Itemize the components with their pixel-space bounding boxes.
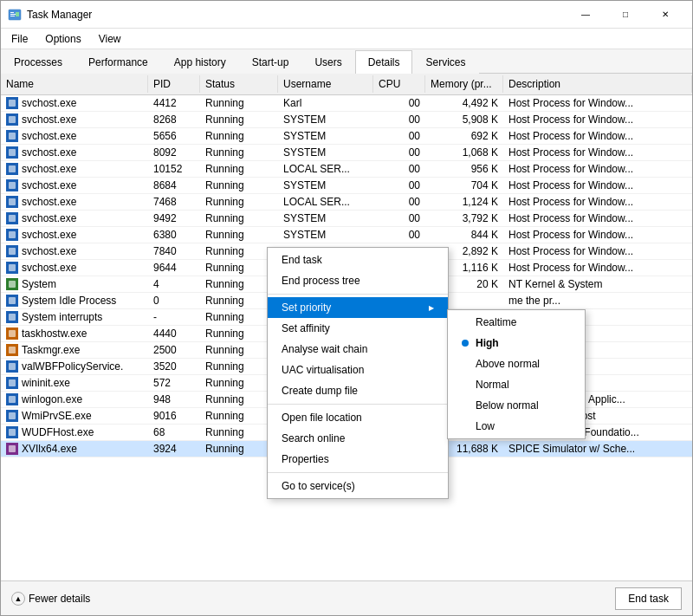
table-row[interactable]: svchost.exe 8268 Running SYSTEM 00 5,908… (1, 112, 692, 128)
svg-rect-2 (10, 14, 16, 15)
table-row[interactable]: svchost.exe 9492 Running SYSTEM 00 3,792… (1, 211, 692, 227)
bottom-bar: ▲ Fewer details End task (1, 580, 692, 615)
cell-pid: 7840 (148, 243, 200, 259)
ctx-create-dump[interactable]: Create dump file (268, 380, 448, 401)
cell-name: svchost.exe (1, 178, 148, 193)
menu-view[interactable]: View (92, 31, 128, 47)
priority-realtime[interactable]: Realtime (448, 312, 585, 333)
process-icon (6, 410, 18, 422)
close-button[interactable]: ✕ (645, 1, 685, 29)
table-row[interactable]: svchost.exe 8092 Running SYSTEM 00 1,068… (1, 145, 692, 161)
cell-name: svchost.exe (1, 128, 148, 144)
process-icon (6, 113, 18, 126)
ctx-set-affinity[interactable]: Set affinity (268, 318, 448, 339)
process-icon (6, 130, 18, 142)
col-pid[interactable]: PID (148, 75, 200, 93)
cell-cpu: 00 (373, 95, 425, 111)
process-icon (6, 377, 18, 389)
process-icon (6, 426, 18, 438)
cell-pid: 3924 (148, 441, 200, 457)
ctx-end-task[interactable]: End task (268, 250, 448, 270)
cell-pid: 9492 (148, 211, 200, 226)
cell-status: Running (200, 227, 278, 243)
maximize-button[interactable]: □ (606, 1, 645, 29)
cell-memory: 1,124 K (425, 194, 503, 210)
table-row[interactable]: svchost.exe 7468 Running LOCAL SER... 00… (1, 194, 692, 211)
cell-memory: 956 K (425, 161, 503, 177)
table-row[interactable]: svchost.exe 4412 Running Karl 00 4,492 K… (1, 95, 692, 112)
tab-details[interactable]: Details (355, 50, 413, 74)
cell-memory: 3,792 K (425, 211, 503, 226)
minimize-button[interactable]: — (566, 1, 606, 29)
cell-username: SYSTEM (278, 227, 373, 243)
cell-username: SYSTEM (278, 112, 373, 127)
end-task-button[interactable]: End task (615, 587, 682, 610)
menu-file[interactable]: File (4, 31, 35, 47)
cell-pid: 8092 (148, 145, 200, 160)
col-status[interactable]: Status (200, 75, 278, 93)
cell-username: SYSTEM (278, 211, 373, 226)
tab-startup[interactable]: Start-up (239, 50, 302, 74)
ctx-go-to-services[interactable]: Go to service(s) (268, 476, 448, 496)
ctx-set-priority[interactable]: Set priority ▶ (268, 297, 448, 318)
ctx-uac-virtualisation[interactable]: UAC virtualisation (268, 360, 448, 380)
cell-name: valWBFPolicyService. (1, 359, 148, 374)
ctx-analyse-wait-chain[interactable]: Analyse wait chain (268, 339, 448, 360)
cell-pid: 572 (148, 375, 200, 391)
tab-performance[interactable]: Performance (75, 50, 161, 74)
col-name[interactable]: Name (1, 75, 148, 93)
tab-processes[interactable]: Processes (1, 50, 75, 74)
table-row[interactable]: svchost.exe 8684 Running SYSTEM 00 704 K… (1, 178, 692, 194)
svg-rect-21 (9, 363, 16, 370)
ctx-search-online[interactable]: Search online (268, 428, 448, 449)
cell-name: System Idle Process (1, 293, 148, 308)
cell-cpu: 00 (373, 194, 425, 210)
col-cpu[interactable]: CPU (373, 75, 425, 93)
tab-bar: Processes Performance App history Start-… (1, 49, 692, 74)
ctx-properties[interactable]: Properties (268, 449, 448, 470)
process-icon (6, 311, 18, 323)
cell-name: svchost.exe (1, 161, 148, 177)
process-icon (6, 212, 18, 224)
priority-low[interactable]: Low (448, 416, 585, 437)
menu-options[interactable]: Options (38, 31, 87, 47)
process-icon (6, 179, 18, 191)
cell-description: NT Kernel & System (503, 276, 692, 292)
ctx-open-file-location[interactable]: Open file location (268, 407, 448, 428)
svg-rect-3 (10, 16, 15, 16)
cell-description: Host Process for Window... (503, 243, 692, 259)
cell-name: svchost.exe (1, 194, 148, 210)
cell-description: Host Process for Window... (503, 211, 692, 226)
fewer-details-button[interactable]: ▲ Fewer details (11, 592, 90, 606)
tab-app-history[interactable]: App history (161, 50, 239, 74)
priority-below-normal[interactable]: Below normal (448, 395, 585, 416)
col-memory[interactable]: Memory (pr... (425, 75, 503, 93)
priority-above-normal[interactable]: Above normal (448, 353, 585, 374)
tab-users[interactable]: Users (301, 50, 354, 74)
cell-status: Running (200, 161, 278, 177)
table-row[interactable]: svchost.exe 10152 Running LOCAL SER... 0… (1, 161, 692, 178)
process-icon (6, 443, 18, 455)
cell-status: Running (200, 95, 278, 111)
svg-rect-22 (9, 379, 16, 386)
table-row[interactable]: svchost.exe 5656 Running SYSTEM 00 692 K… (1, 128, 692, 145)
priority-high[interactable]: High (448, 333, 585, 353)
col-description[interactable]: Description (503, 75, 692, 93)
tab-services[interactable]: Services (412, 50, 478, 74)
ctx-sep-3 (268, 472, 448, 473)
cell-pid: 5656 (148, 128, 200, 144)
svg-rect-18 (9, 314, 16, 321)
radio-empty-normal (462, 381, 469, 388)
priority-normal[interactable]: Normal (448, 374, 585, 395)
table-row[interactable]: svchost.exe 6380 Running SYSTEM 00 844 K… (1, 227, 692, 243)
app-icon (8, 8, 22, 22)
cell-description: Host Process for Window... (503, 227, 692, 243)
cell-memory: 692 K (425, 128, 503, 144)
col-username[interactable]: Username (278, 75, 373, 93)
cell-pid: 8684 (148, 178, 200, 193)
ctx-end-process-tree[interactable]: End process tree (268, 270, 448, 291)
cell-memory: 844 K (425, 227, 503, 243)
cell-status: Running (200, 194, 278, 210)
cell-name: winlogon.exe (1, 392, 148, 407)
cell-cpu: 00 (373, 128, 425, 144)
